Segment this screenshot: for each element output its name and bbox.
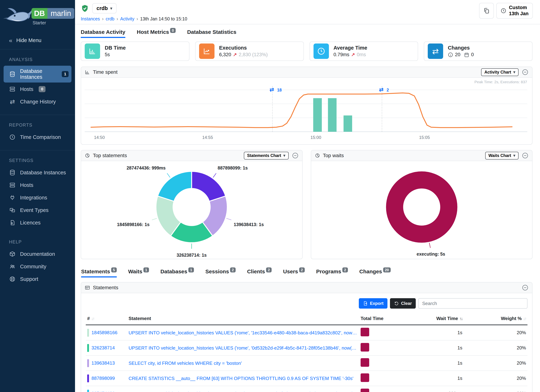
table-row[interactable]: 287474436 UPSERT INTO vehicle_location_h… [86,386,527,392]
time-range-line1: Custom [509,5,529,11]
sidebar-item-event-types[interactable]: Event Types [4,204,71,216]
swap-arrows-icon: ⇄ [9,98,16,105]
sidebar-item-change-history[interactable]: ⇄ Change History [4,96,71,108]
top-statements-donut[interactable]: 887898099: 1s139638413: 1s326238714: 1s1… [81,161,302,259]
wait-time-value: 1s [400,340,464,356]
donut-label: 326238714: 1s [176,253,207,258]
statement-id-link[interactable]: 287474436 [91,391,115,392]
column-header-weight[interactable]: Weight %↓↑ [464,313,527,325]
sidebar-item-settings-database-instances[interactable]: Database Instances [4,167,71,179]
sidebar-item-label: Licences [20,220,40,226]
tab-host-metrics[interactable]: Host Metrics0 [137,29,176,38]
tab-changes[interactable]: Changes20 [359,268,391,278]
table-row[interactable]: 1845898166 UPSERT INTO vehicle_location_… [86,325,527,340]
weight-value: 20% [464,386,527,392]
instance-selector[interactable]: crdb ▾ [92,3,117,13]
collapse-panel-button[interactable] [292,152,299,159]
breadcrumb-separator: › [137,16,138,21]
collapse-panel-button[interactable] [522,152,529,159]
sidebar-item-licences[interactable]: Licences [4,217,71,228]
statement-id-link[interactable]: 326238714 [91,345,115,351]
statement-link[interactable]: UPSERT INTO vehicle_location_histories V… [129,330,358,336]
donut-slice[interactable] [395,180,449,234]
time-chart-body: Peak Time: 2s, Executions: 837 ⇄18⇄214:5… [81,78,532,144]
tab-waits[interactable]: Waits1 [128,268,149,278]
donut-slice[interactable] [192,171,225,201]
sidebar-item-hosts[interactable]: Hosts 0 [4,83,71,95]
copy-link-button[interactable] [479,3,494,19]
weight-value: 20% [464,340,527,356]
clear-button[interactable]: Clear [390,298,416,309]
time-range-button[interactable]: Custom 13th Jan [496,3,533,19]
search-input[interactable] [418,298,527,309]
tab-programs[interactable]: Programs2 [316,268,348,278]
time-spent-chart[interactable]: ⇄18⇄214:5014:5515:0015:05 [81,78,532,144]
wait-time-value: 1s [400,325,464,340]
statement-link[interactable]: SELECT city, id FROM vehicles WHERE city… [129,361,242,366]
sidebar-item-label: Integrations [20,195,47,201]
donut-slice[interactable] [158,171,192,201]
sidebar-item-database-instances[interactable]: Database Instances 1 [4,66,71,83]
statement-link[interactable]: CREATE STATISTICS __auto__ FROM [63] WIT… [129,376,353,381]
export-button[interactable]: Export [359,298,387,309]
tab-databases[interactable]: Databases1 [160,268,194,278]
people-icon [9,263,16,270]
breadcrumb-separator: › [117,16,118,21]
sidebar-section-settings: SETTINGS [9,158,75,163]
sidebar-section-reports: REPORTS [9,122,75,128]
sidebar-item-settings-hosts[interactable]: Hosts [4,179,71,191]
breadcrumb-crdb[interactable]: crdb [106,16,115,21]
statement-id-link[interactable]: 887898099 [91,376,115,381]
column-header-total-time[interactable]: Total Time [359,313,400,325]
hide-menu-button[interactable]: « Hide Menu [0,32,75,49]
table-row[interactable]: 887898099 CREATE STATISTICS __auto__ FRO… [86,371,527,386]
sidebar-item-label: Change History [20,99,56,105]
breadcrumb-instances[interactable]: Instances [81,16,100,21]
sidebar-item-label: Event Types [20,207,49,213]
waits-chart-select[interactable]: Waits Chart ▾ [485,152,519,159]
top-waits-donut[interactable]: executing: 5s [311,161,532,259]
statement-id-link[interactable]: 139638413 [91,360,115,366]
tab-clients[interactable]: Clients2 [247,268,272,278]
tab-label: Sessions [205,268,229,274]
column-header-id[interactable]: #↓↑ [86,313,127,325]
breadcrumb-activity[interactable]: Activity [120,16,134,21]
card-title: Executions [219,45,268,51]
wait-time-value: 1s [400,356,464,371]
statement-link[interactable]: UPSERT INTO vehicle_location_histories V… [129,345,358,351]
top-statements-panel: Top statements Statements Chart ▾ 887898… [81,150,303,259]
sidebar-item-integrations[interactable]: Integrations [4,192,71,203]
tab-sessions[interactable]: Sessions2 [205,268,236,278]
logo-db-badge: DB [31,8,47,19]
collapse-panel-button[interactable] [522,69,529,75]
tab-badge: 5 [111,268,117,273]
statements-chart-select[interactable]: Statements Chart ▾ [244,152,288,159]
change-marker-icon: ⇄ [270,87,274,93]
card-value: 5s [105,52,110,57]
trend-up-icon: ↗ [351,52,355,57]
sidebar-item-label: Hosts [20,86,33,92]
sidebar-item-label: Documentation [20,251,55,257]
tab-statements[interactable]: Statements5 [81,268,117,278]
sidebar-item-support[interactable]: Support [4,273,71,285]
sidebar-section-help: HELP [9,239,75,244]
column-header-statement[interactable]: Statement [127,313,359,325]
statement-link[interactable]: UPSERT INTO vehicle_location_histories V… [129,391,358,392]
column-header-wait-time[interactable]: Wait Time↑↓ [400,313,464,325]
plug-icon [9,194,16,201]
sidebar-item-community[interactable]: Community [4,261,71,273]
table-row[interactable]: 326238714 UPSERT INTO vehicle_location_h… [86,340,527,356]
clear-label: Clear [401,301,412,306]
table-row[interactable]: 139638413 SELECT city, id FROM vehicles … [86,356,527,371]
sidebar-item-documentation[interactable]: Documentation [4,248,71,260]
tab-database-statistics[interactable]: Database Statistics [187,29,236,38]
donut-label: 139638413: 1s [234,222,264,227]
sidebar-item-time-comparison[interactable]: Time Comparison [4,131,71,143]
tab-database-activity[interactable]: Database Activity [81,29,125,38]
collapse-panel-button[interactable] [522,284,529,291]
wait-time-value: 1s [400,371,464,386]
export-icon [363,301,368,306]
activity-chart-select[interactable]: Activity Chart ▾ [481,68,519,76]
tab-users[interactable]: Users2 [283,268,305,278]
statement-id-link[interactable]: 1845898166 [91,330,117,335]
